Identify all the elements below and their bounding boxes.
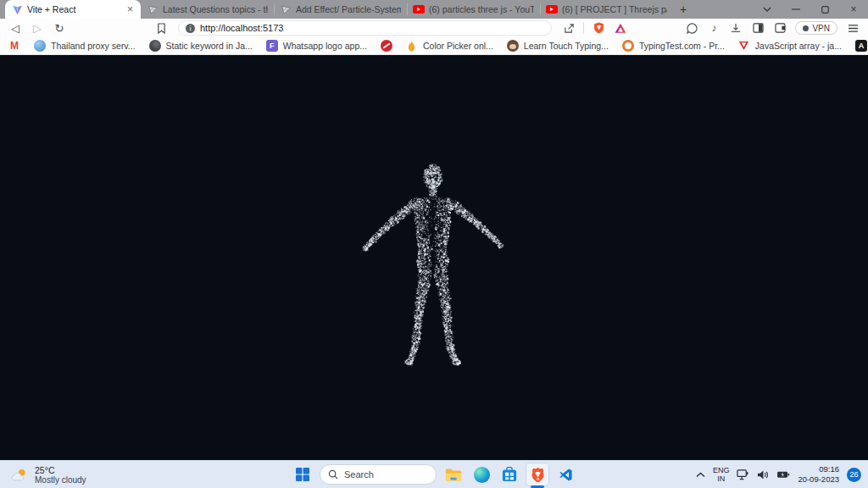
file-explorer-button[interactable] xyxy=(442,463,465,485)
edge-icon xyxy=(474,467,490,483)
browser-toolbar: ◁ ▷ ↻ i http://localhost:5173 ♪ VPN xyxy=(0,19,868,37)
vite-favicon-icon xyxy=(11,3,23,15)
forward-button[interactable]: ▷ xyxy=(27,19,47,36)
brave-rewards-icon[interactable] xyxy=(610,19,631,36)
weather-temp: 25°C xyxy=(35,465,86,475)
reload-button[interactable]: ↻ xyxy=(49,19,70,36)
edge-button[interactable] xyxy=(470,463,492,485)
battery-icon[interactable] xyxy=(776,469,790,480)
threejs-particle-scene-canvas[interactable] xyxy=(0,55,868,460)
search-icon xyxy=(328,469,338,480)
new-tab-button[interactable]: + xyxy=(673,0,693,19)
windows-taskbar: 25°C Mostly cloudy Search xyxy=(0,460,868,488)
notification-badge[interactable]: 26 xyxy=(847,468,861,482)
gmail-icon: M xyxy=(8,40,20,52)
menu-icon[interactable] xyxy=(843,19,863,36)
tab-title: (6) [ PROJECT ] Threejs particle system xyxy=(562,4,667,14)
bookmark-red-site[interactable] xyxy=(381,40,392,52)
bookmark-label: Learn Touch Typing... xyxy=(524,41,609,51)
split-view-icon[interactable] xyxy=(748,19,768,36)
flame-icon xyxy=(406,40,418,52)
vscode-button[interactable] xyxy=(554,463,576,485)
taskbar-center: Search xyxy=(292,461,576,488)
threejs-forum-favicon-icon xyxy=(280,3,292,15)
bookmarks-bar: M Thailand proxy serv... Static keyword … xyxy=(0,37,868,55)
page-content xyxy=(0,55,868,460)
vpn-button[interactable]: VPN xyxy=(795,21,837,35)
site-icon xyxy=(381,40,392,52)
tab-vite-react[interactable]: Vite + React × xyxy=(5,0,141,19)
tab-youtube-1[interactable]: (6) particles three js - YouTube xyxy=(407,0,540,19)
bookmark-label: JavaScript array - ja... xyxy=(755,41,842,51)
bookmark-label: Whatsapp logo app... xyxy=(283,41,367,51)
site-info-icon[interactable]: i xyxy=(186,24,195,33)
reading-list-bookmark-icon[interactable] xyxy=(151,19,171,36)
site-icon: A xyxy=(855,40,867,52)
bookmark-thailand-proxy[interactable]: Thailand proxy serv... xyxy=(34,40,136,52)
tab-title: (6) particles three js - YouTube xyxy=(429,4,534,14)
back-button[interactable]: ◁ xyxy=(5,19,25,36)
red-v-icon xyxy=(738,40,750,52)
tab-threejs-forum-1[interactable]: Latest Questions topics - three.js forum xyxy=(141,0,274,19)
tab-close-icon[interactable]: × xyxy=(125,3,135,15)
bookmark-static-keyword[interactable]: Static keyword in Ja... xyxy=(149,40,253,52)
network-icon[interactable] xyxy=(737,469,749,480)
tab-title: Add Effect/ Particle-System to model xyxy=(296,4,401,14)
toolbar-divider xyxy=(583,22,584,34)
monkey-icon xyxy=(507,40,519,52)
brave-shields-icon[interactable] xyxy=(588,19,609,36)
volume-icon[interactable] xyxy=(757,469,769,480)
taskbar-search[interactable]: Search xyxy=(320,464,437,485)
share-icon[interactable] xyxy=(559,19,579,36)
globe-icon xyxy=(34,40,46,52)
clock[interactable]: 09:16 20-09-2023 xyxy=(798,464,839,485)
site-icon xyxy=(622,40,634,52)
tray-time: 09:16 xyxy=(798,464,839,474)
bookmark-touch-typing[interactable]: Learn Touch Typing... xyxy=(507,40,609,52)
tab-title: Latest Questions topics - three.js forum xyxy=(163,4,268,14)
maximize-button[interactable] xyxy=(810,0,839,19)
tabstrip-spacer xyxy=(693,0,753,19)
minimize-button[interactable] xyxy=(782,0,810,19)
close-window-button[interactable]: × xyxy=(839,0,868,19)
leo-ai-icon[interactable] xyxy=(682,19,702,36)
tab-threejs-forum-2[interactable]: Add Effect/ Particle-System to model xyxy=(274,0,407,19)
tab-title: Vite + React xyxy=(27,4,121,14)
url-text: http://localhost:5173 xyxy=(200,23,283,33)
bookmark-label: TypingTest.com - Pr... xyxy=(639,41,725,51)
weather-widget[interactable]: 25°C Mostly cloudy xyxy=(0,461,97,488)
youtube-favicon-icon xyxy=(546,3,558,15)
sidebar-panel-icon[interactable] xyxy=(770,19,790,36)
media-playback-icon[interactable]: ♪ xyxy=(704,19,724,36)
tab-search-chevron-icon[interactable] xyxy=(753,0,782,19)
threejs-forum-favicon-icon xyxy=(147,3,159,15)
downloads-icon[interactable] xyxy=(726,19,746,36)
microsoft-store-button[interactable] xyxy=(498,463,520,485)
weather-condition: Mostly cloudy xyxy=(35,475,86,485)
bookmark-whatsapp-logo[interactable]: F Whatsapp logo app... xyxy=(266,40,367,52)
site-icon: F xyxy=(266,40,278,52)
vpn-status-icon xyxy=(803,25,809,31)
tab-youtube-2[interactable]: (6) [ PROJECT ] Threejs particle system xyxy=(540,0,673,19)
search-placeholder: Search xyxy=(344,469,374,480)
language-indicator[interactable]: ENG IN xyxy=(713,466,730,484)
brave-button[interactable] xyxy=(526,463,548,485)
tray-date: 20-09-2023 xyxy=(798,474,839,485)
youtube-favicon-icon xyxy=(413,3,425,15)
bookmark-label: Thailand proxy serv... xyxy=(51,41,136,51)
bookmark-label: Color Picker onl... xyxy=(423,41,493,51)
tab-strip: Vite + React × Latest Questions topics -… xyxy=(0,0,868,19)
bookmark-javascript-array[interactable]: JavaScript array - ja... xyxy=(738,40,842,52)
start-button[interactable] xyxy=(292,463,314,485)
tray-chevron-icon[interactable] xyxy=(696,472,705,478)
bookmark-clone-array[interactable]: A How to clone an arr... xyxy=(855,40,868,52)
bookmark-label: Static keyword in Ja... xyxy=(166,41,253,51)
bookmark-gmail[interactable]: M xyxy=(8,40,20,52)
globe-icon xyxy=(149,40,161,52)
address-bar[interactable]: i http://localhost:5173 xyxy=(178,20,552,36)
bookmark-typingtest[interactable]: TypingTest.com - Pr... xyxy=(622,40,725,52)
bookmark-color-picker[interactable]: Color Picker onl... xyxy=(406,40,493,52)
system-tray: ENG IN 09:16 20-09-2023 26 xyxy=(696,461,868,488)
weather-icon xyxy=(10,468,29,482)
